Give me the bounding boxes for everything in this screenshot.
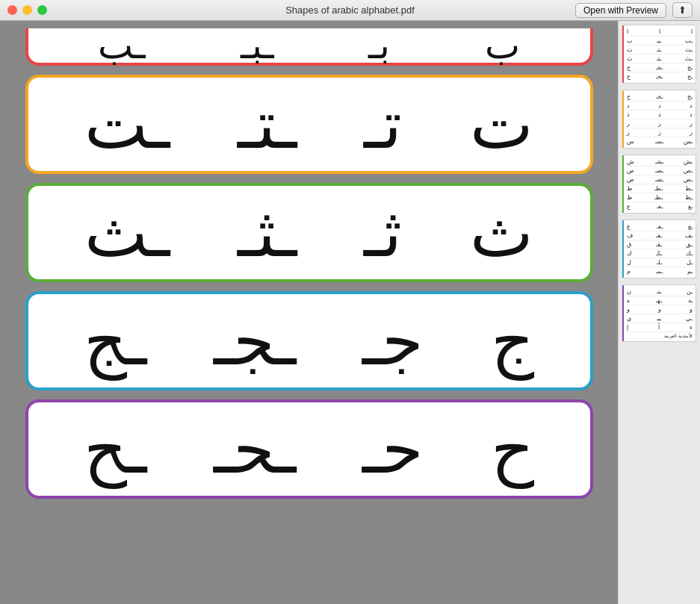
jim-medial: ـجـ [214,302,296,380]
card-jim: ـج ـجـ جـ ج [25,291,593,390]
jim-isolated: ج [491,302,534,380]
ta-initial: تـ [364,85,402,164]
thumb-row: ـش ـشـ ش [627,158,693,166]
thumb-row: ـض ـضـ ض [627,175,693,184]
ha-medial: ـحـ [214,410,296,488]
main-content: ـب ـبـ بـ ب ـت ـتـ تـ ت ـث ـثـ ثـ ث ـج ـ… [0,21,700,604]
thumb-row: ـظ ـظـ ظ [627,193,693,202]
char-2: ـبـ [241,24,274,67]
thumb-row: ـث ـثـ ث [627,55,693,63]
thumb-row: ـط ـطـ ط [627,184,693,193]
thumb-row: ـح ـحـ ح [627,72,693,81]
thumb-row: ا ا ا [627,28,693,37]
ha-initial: حـ [362,410,424,488]
card-ta: ـت ـتـ تـ ت [25,75,593,174]
thumb-row: ـس ـسـ س [627,137,693,146]
share-icon: ⬆ [678,4,687,16]
thumb-row: ء أ إ [627,323,693,332]
window-title: Shapes of arabic alphabet.pdf [285,4,415,16]
card-tha: ـث ـثـ ثـ ث [25,183,593,282]
pdf-viewer[interactable]: ـب ـبـ بـ ب ـت ـتـ تـ ت ـث ـثـ ثـ ث ـج ـ… [0,21,618,604]
thumb-row-title: الأبجدية العربية [627,332,693,339]
ta-isolated: ت [470,85,533,164]
thumb-group-1: ا ا ا ـب ـبـ ب ـت ـتـ ت ـث ـثـ ث ـج ـجـ [622,25,696,84]
thumb-group-5: ـن ـنـ ن ـه ـهـ ه و و و ـي ـيـ ي ء أ [622,284,696,342]
thumb-row: ـب ـبـ ب [627,37,693,46]
thumb-row: ز ز ز [627,128,693,137]
thumb-row: و و و [627,305,693,314]
window-controls [7,5,47,15]
thumb-row: ـي ـيـ ي [627,314,693,323]
char-4: ب [485,24,520,67]
thumb-row: ـخ ـخـ خ [627,93,693,102]
ha-final: ـح [84,410,146,488]
thumb-row: ذ ذ ذ [627,110,693,119]
open-preview-button[interactable]: Open with Preview [575,3,666,18]
titlebar: Shapes of arabic alphabet.pdf Open with … [0,0,700,21]
thumb-row: ـه ـهـ ه [627,296,693,305]
ha-isolated: ح [491,410,534,488]
ta-final: ـت [84,85,170,164]
thumb-row: ـت ـتـ ت [627,46,693,55]
thumb-row: ر ر ر [627,119,693,128]
thumb-row: ـج ـجـ ج [627,63,693,72]
share-button[interactable]: ⬆ [672,2,693,18]
thumb-row: ـغ ـغـ غ [627,222,693,231]
close-button[interactable] [7,5,17,15]
jim-initial: جـ [362,302,424,380]
maximize-button[interactable] [37,5,47,15]
tha-medial: ـثـ [238,193,297,272]
tha-isolated: ث [470,193,533,272]
tha-initial: ثـ [364,193,402,272]
thumb-row: ـع ـعـ ع [627,202,693,211]
card-ha: ـح ـحـ حـ ح [25,399,593,499]
thumb-group-2: ـخ ـخـ خ د د د ذ ذ ذ ر ر ر ز ز ز [622,90,696,149]
thumb-row: ـف ـفـ ف [627,231,693,240]
thumb-group-4: ـغ ـغـ غ ـف ـفـ ف ـق ـقـ ق ـك ـكـ ك ـل ـ [622,220,696,278]
minimize-button[interactable] [22,5,32,15]
thumb-row: ـق ـقـ ق [627,240,693,249]
thumb-row: د د د [627,102,693,110]
char-1: ـب [98,24,146,67]
thumb-row: ـم ـمـ م [627,267,693,275]
thumb-row: ـك ـكـ ك [627,249,693,258]
card-partial-top: ـب ـبـ بـ ب [25,28,593,66]
char-3: بـ [368,24,390,67]
thumb-row: ـص ـصـ ص [627,166,693,175]
tha-final: ـث [84,193,170,272]
thumb-group-3: ـش ـشـ ش ـص ـصـ ص ـض ـضـ ض ـط ـطـ ط ـظ ـ [622,155,696,214]
open-preview-label: Open with Preview [583,5,658,16]
titlebar-actions: Open with Preview ⬆ [575,2,693,18]
thumb-row: ـن ـنـ ن [627,287,693,296]
thumb-row: ـل ـلـ ل [627,258,693,267]
thumbnail-sidebar[interactable]: ا ا ا ـب ـبـ ب ـت ـتـ ت ـث ـثـ ث ـج ـجـ [618,21,700,604]
jim-final: ـج [84,302,146,380]
ta-medial: ـتـ [238,85,297,164]
